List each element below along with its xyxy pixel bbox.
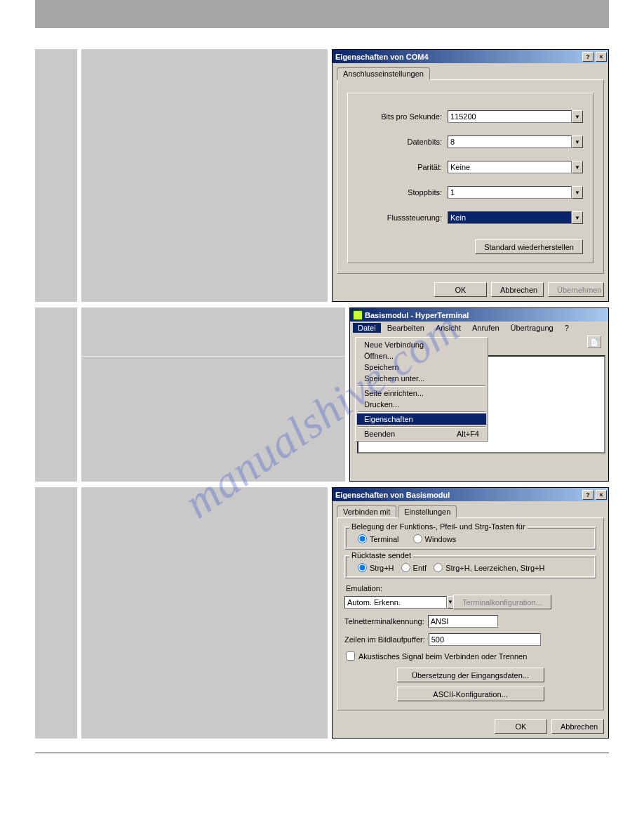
help-button[interactable]: ? [582, 52, 593, 62]
tab-connection-settings[interactable]: Anschlusseinstellungen [337, 67, 430, 80]
group-backspace: Rücktaste sendet Strg+H Entf Strg+H, Lee… [344, 555, 596, 578]
menu-item-save[interactable]: Speichern [357, 362, 486, 373]
databits-value[interactable] [448, 135, 572, 148]
menu-item-print[interactable]: Drucken... [357, 399, 486, 410]
close-button[interactable]: × [596, 490, 607, 500]
telnet-value[interactable] [428, 615, 498, 628]
sound-checkbox-row[interactable]: Akustisches Signal beim Verbinden oder T… [346, 651, 596, 661]
step-text-cell-3 [81, 487, 328, 739]
parity-value[interactable] [448, 161, 572, 173]
screenshot-cell-2: Basismodul - HyperTerminal Datei Bearbei… [349, 307, 609, 482]
toolbar-icon[interactable]: 📄 [587, 336, 601, 348]
menu-item-saveas[interactable]: Speichern unter... [357, 373, 486, 384]
basismodul-properties-dialog: Eigenschaften von Basismodul ? × Verbind… [332, 487, 609, 739]
tab-settings[interactable]: Einstellungen [398, 505, 457, 518]
ascii-config-button[interactable]: ASCII-Konfiguration... [397, 687, 544, 701]
menu-help[interactable]: ? [560, 323, 574, 333]
stopbits-combo[interactable]: ▼ [448, 186, 583, 199]
cancel-button[interactable]: Abbrechen [551, 719, 604, 734]
group-keys: Belegung der Funktions-, Pfeil- und Strg… [344, 527, 596, 550]
hyperterminal-titlebar: Basismodul - HyperTerminal [350, 308, 608, 322]
menu-item-new[interactable]: Neue Verbindung [357, 339, 486, 350]
step-number-cell-3 [35, 487, 77, 739]
screenshot-cell-3: Eigenschaften von Basismodul ? × Verbind… [332, 487, 609, 739]
app-icon [353, 310, 363, 320]
parity-label: Parität: [351, 163, 442, 171]
basismodul-title-text: Eigenschaften von Basismodul [335, 491, 580, 499]
menu-datei[interactable]: Datei [353, 323, 381, 333]
group-keys-legend: Belegung der Funktions-, Pfeil- und Strg… [349, 522, 528, 531]
menu-separator [358, 411, 485, 412]
dropdown-icon[interactable]: ▼ [572, 161, 583, 173]
radio-strgh-space[interactable]: Strg+H, Leerzeichen, Strg+H [434, 563, 544, 572]
buffer-label: Zeilen im Bildlaufpuffer: [344, 635, 425, 644]
row-3: Eigenschaften von Basismodul ? × Verbind… [35, 487, 609, 739]
translate-input-button[interactable]: Übersetzung der Eingangsdaten... [397, 668, 544, 682]
emulation-label: Emulation: [346, 584, 596, 593]
tab-connect-with[interactable]: Verbinden mit [337, 505, 396, 517]
footer-rule [35, 753, 609, 753]
group-backspace-legend: Rücktaste sendet [349, 551, 413, 560]
menu-ansicht[interactable]: Ansicht [431, 323, 466, 333]
step-number-cell-1 [35, 49, 77, 302]
row-2: Basismodul - HyperTerminal Datei Bearbei… [35, 307, 609, 482]
row-1: Eigenschaften von COM4 ? × Anschlusseins… [35, 49, 609, 302]
datei-dropdown-menu: Neue Verbindung Öffnen... Speichern Spei… [355, 337, 488, 442]
dropdown-icon[interactable]: ▼ [572, 211, 583, 224]
com4-title-text: Eigenschaften von COM4 [335, 53, 580, 61]
basismodul-titlebar: Eigenschaften von Basismodul ? × [333, 488, 608, 501]
com4-titlebar: Eigenschaften von COM4 ? × [333, 50, 608, 63]
apply-button[interactable]: Übernehmen [548, 282, 604, 297]
radio-windows[interactable]: Windows [413, 534, 457, 543]
step-text-cell-2 [81, 307, 345, 482]
menu-separator [358, 385, 485, 386]
hyperterminal-window: Basismodul - HyperTerminal Datei Bearbei… [349, 307, 609, 482]
emulation-value[interactable] [344, 596, 447, 609]
parity-combo[interactable]: ▼ [448, 161, 583, 173]
dropdown-icon[interactable]: ▼ [572, 186, 583, 199]
buffer-value[interactable] [429, 633, 541, 646]
sound-checkbox-label: Akustisches Signal beim Verbinden oder T… [358, 652, 527, 661]
terminal-config-button[interactable]: Terminalkonfiguration... [453, 595, 551, 609]
bps-combo[interactable]: ▼ [448, 110, 583, 123]
emulation-combo[interactable]: ▼ [344, 596, 450, 609]
menu-uebertragung[interactable]: Übertragung [506, 323, 558, 333]
cancel-button[interactable]: Abbrechen [491, 282, 544, 297]
stopbits-label: Stoppbits: [351, 188, 442, 197]
telnet-label: Telnetterminalkennung: [344, 617, 424, 626]
bps-value[interactable] [448, 110, 572, 123]
menu-item-pagesetup[interactable]: Seite einrichten... [357, 388, 486, 399]
help-button[interactable]: ? [582, 490, 593, 500]
header-bar [35, 0, 609, 28]
step-text-cell-1 [81, 49, 328, 302]
radio-entf[interactable]: Entf [401, 563, 427, 572]
menu-item-properties[interactable]: Eigenschaften [357, 413, 486, 425]
step-number-cell-2 [35, 307, 77, 482]
menu-item-open[interactable]: Öffnen... [357, 350, 486, 362]
radio-strgh[interactable]: Strg+H [358, 563, 394, 572]
restore-defaults-button[interactable]: Standard wiederherstellen [475, 239, 583, 254]
hyperterminal-title-text: Basismodul - HyperTerminal [365, 311, 607, 319]
bps-label: Bits pro Sekunde: [351, 112, 442, 121]
menu-bearbeiten[interactable]: Bearbeiten [382, 323, 429, 333]
databits-combo[interactable]: ▼ [448, 135, 583, 148]
com4-properties-dialog: Eigenschaften von COM4 ? × Anschlusseins… [332, 49, 609, 302]
dropdown-icon[interactable]: ▼ [572, 135, 583, 148]
menu-separator [358, 426, 485, 427]
ok-button[interactable]: OK [434, 282, 487, 297]
screenshot-cell-1: Eigenschaften von COM4 ? × Anschlusseins… [332, 49, 609, 302]
ok-button[interactable]: OK [495, 719, 547, 734]
databits-label: Datenbits: [351, 138, 442, 146]
menu-anrufen[interactable]: Anrufen [467, 323, 504, 333]
stopbits-value[interactable] [448, 186, 572, 199]
sound-checkbox[interactable] [346, 651, 355, 661]
dropdown-icon[interactable]: ▼ [572, 110, 583, 123]
flowcontrol-label: Flusssteuerung: [351, 213, 442, 222]
menu-item-exit[interactable]: BeendenAlt+F4 [357, 428, 486, 439]
radio-terminal[interactable]: Terminal [358, 534, 399, 543]
page-container: Eigenschaften von COM4 ? × Anschlusseins… [0, 0, 644, 781]
flowcontrol-value[interactable] [448, 211, 572, 224]
flowcontrol-combo[interactable]: ▼ [448, 211, 583, 224]
close-button[interactable]: × [596, 52, 607, 62]
menubar: Datei Bearbeiten Ansicht Anrufen Übertra… [350, 322, 608, 334]
